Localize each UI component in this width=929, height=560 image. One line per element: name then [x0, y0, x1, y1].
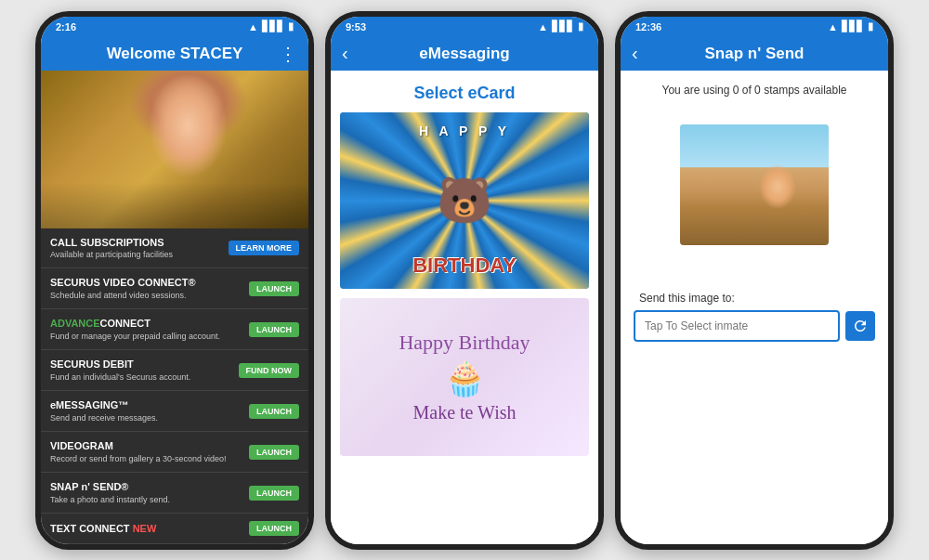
cursive-content: Happy Birthday 🧁 Make te Wish — [352, 330, 576, 424]
battery-icon-2: ▮ — [578, 20, 583, 33]
stamps-available-text: You are using 0 of 0 stamps available — [643, 71, 865, 106]
status-bar-1: 2:16 ▲ ▋▋▋ ▮ — [41, 17, 308, 37]
app-title-3: Snap n' Send — [705, 45, 805, 63]
inmate-input-row — [621, 310, 888, 342]
phone1-content: CALL SUBSCRIPTIONSAvailable at participa… — [41, 71, 308, 544]
menu-item-desc-1: Schedule and attend video sessions. — [50, 291, 249, 302]
status-bar-2: 9:53 ▲ ▋▋▋ ▮ — [331, 17, 598, 37]
menu-item-title-4: eMESSAGING™ — [50, 398, 249, 411]
bear-graphic: 🐻 — [437, 178, 492, 223]
menu-item-desc-0: Available at participating facilities — [50, 250, 229, 261]
signal-icon-2: ▋▋▋ — [552, 20, 574, 33]
signal-icon: ▋▋▋ — [262, 20, 284, 33]
menu-list: CALL SUBSCRIPTIONSAvailable at participa… — [41, 228, 308, 544]
menu-item-button-0[interactable]: LEARN MORE — [229, 241, 300, 255]
birthday-text: BIRTHDAY — [340, 254, 589, 278]
menu-item-button-4[interactable]: LAUNCH — [249, 404, 299, 419]
ecard-happy-birthday-cursive[interactable]: Happy Birthday 🧁 Make te Wish — [340, 298, 589, 456]
menu-item-6[interactable]: SNAP n' SEND®Take a photo and instantly … — [41, 473, 308, 514]
menu-item-button-5[interactable]: LAUNCH — [249, 445, 299, 460]
ecard-bg: H A P P Y 🐻 BIRTHDAY — [340, 112, 589, 289]
status-time-3: 12:36 — [635, 21, 661, 33]
battery-icon: ▮ — [288, 20, 294, 33]
app-header-3: ‹ Snap n' Send — [621, 37, 888, 71]
menu-item-desc-2: Fund or manage your prepaid calling acco… — [50, 332, 249, 343]
more-options-button[interactable]: ⋮ — [279, 43, 297, 65]
status-time-1: 2:16 — [56, 21, 76, 33]
menu-item-title-3: SECURUS DEBIT — [50, 358, 239, 371]
phone-2: 9:53 ▲ ▋▋▋ ▮ ‹ eMessaging Select eCard H… — [325, 11, 604, 550]
menu-item-0[interactable]: CALL SUBSCRIPTIONSAvailable at participa… — [41, 228, 308, 269]
menu-item-2[interactable]: ADVANCECONNECTFund or manage your prepai… — [41, 309, 308, 350]
menu-item-3[interactable]: SECURUS DEBITFund an individual's Securu… — [41, 350, 308, 391]
refresh-button[interactable] — [845, 311, 875, 341]
status-bar-3: 12:36 ▲ ▋▋▋ ▮ — [621, 17, 888, 37]
refresh-icon — [852, 318, 869, 334]
menu-item-button-7[interactable]: LAUNCH — [249, 521, 299, 536]
inmate-select-input[interactable] — [634, 310, 840, 342]
menu-item-desc-4: Send and receive messages. — [50, 413, 249, 424]
wifi-icon-3: ▲ — [828, 21, 838, 33]
back-button-2[interactable]: ‹ — [342, 43, 348, 64]
status-time-2: 9:53 — [346, 21, 366, 33]
menu-item-button-1[interactable]: LAUNCH — [249, 281, 299, 296]
menu-item-button-2[interactable]: LAUNCH — [249, 322, 299, 337]
happy-text: H A P P Y — [340, 124, 589, 138]
app-header-2: ‹ eMessaging — [331, 37, 598, 71]
snap-photo-preview[interactable] — [680, 124, 829, 245]
hero-image — [41, 71, 308, 228]
ecard-page-title: Select eCard — [331, 71, 598, 112]
menu-item-title-0: CALL SUBSCRIPTIONS — [50, 236, 229, 249]
battery-icon-3: ▮ — [868, 20, 873, 33]
cursive-line1: Happy Birthday — [399, 331, 530, 354]
signal-icon-3: ▋▋▋ — [842, 20, 864, 33]
back-button-3[interactable]: ‹ — [632, 43, 638, 64]
phone-1: 2:16 ▲ ▋▋▋ ▮ Welcome STACEY ⋮ CALL SUBSC… — [35, 11, 314, 550]
photo-inner — [680, 124, 829, 245]
app-title-1: Welcome STACEY — [107, 45, 243, 63]
menu-item-title-1: SECURUS VIDEO CONNECT® — [50, 276, 249, 289]
phone3-content: You are using 0 of 0 stamps available Se… — [621, 71, 888, 544]
menu-item-title-2: ADVANCECONNECT — [50, 317, 249, 330]
send-to-label: Send this image to: — [621, 292, 735, 305]
menu-item-title-6: SNAP n' SEND® — [50, 480, 249, 493]
menu-item-button-6[interactable]: LAUNCH — [249, 486, 299, 501]
menu-item-title-5: VIDEOGRAM — [50, 439, 249, 452]
wifi-icon: ▲ — [248, 21, 258, 33]
menu-item-4[interactable]: eMESSAGING™Send and receive messages.LAU… — [41, 391, 308, 432]
wifi-icon-2: ▲ — [538, 21, 548, 33]
status-icons-3: ▲ ▋▋▋ ▮ — [828, 20, 873, 33]
app-header-1: Welcome STACEY ⋮ — [41, 37, 308, 71]
menu-item-title-7: TEXT CONNECT NEW — [50, 522, 249, 535]
menu-item-desc-6: Take a photo and instantly send. — [50, 495, 249, 506]
hero-overlay — [41, 182, 308, 228]
status-icons-2: ▲ ▋▋▋ ▮ — [538, 20, 583, 33]
ecard-birthday-bear[interactable]: H A P P Y 🐻 BIRTHDAY — [340, 112, 589, 289]
cupcake-emoji: 🧁 — [352, 359, 576, 398]
menu-item-desc-5: Record or send from gallery a 30-second … — [50, 454, 249, 465]
bear-emoji: 🐻 — [437, 176, 492, 225]
phone2-content: Select eCard H A P P Y 🐻 BIRTHDAY Happy … — [331, 71, 598, 544]
menu-item-5[interactable]: VIDEOGRAMRecord or send from gallery a 3… — [41, 432, 308, 473]
menu-item-button-3[interactable]: FUND NOW — [239, 363, 300, 378]
menu-item-1[interactable]: SECURUS VIDEO CONNECT®Schedule and atten… — [41, 268, 308, 309]
woman-figure — [745, 162, 810, 245]
menu-item-7[interactable]: TEXT CONNECT NEWLAUNCH — [41, 514, 308, 543]
status-icons-1: ▲ ▋▋▋ ▮ — [248, 20, 294, 33]
phone-3: 12:36 ▲ ▋▋▋ ▮ ‹ Snap n' Send You are usi… — [615, 11, 894, 550]
menu-item-desc-3: Fund an individual's Securus account. — [50, 372, 239, 384]
cursive-line2: Make te Wish — [412, 402, 516, 423]
app-title-2: eMessaging — [419, 45, 509, 63]
